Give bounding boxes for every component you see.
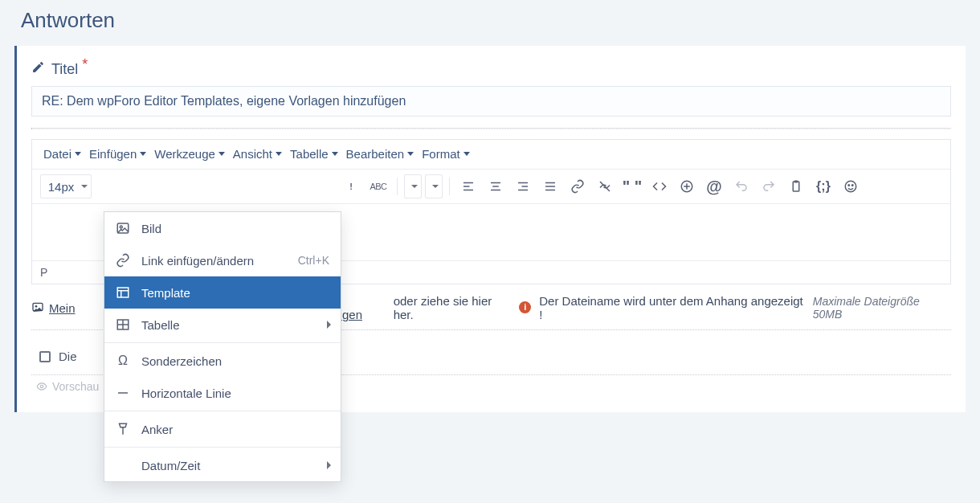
- editor-menubar: Datei Einfügen Werkzeuge Ansicht Tabelle…: [32, 140, 950, 170]
- chevron-down-icon: [411, 185, 418, 188]
- menu-item-special-chars[interactable]: Ω Sonderzeichen: [104, 345, 341, 377]
- menu-item-image[interactable]: Bild: [104, 212, 341, 244]
- insert-menu-dropdown: Bild Link einfügen/ändern Ctrl+K Templat…: [104, 211, 341, 482]
- menu-einfuegen[interactable]: Einfügen: [88, 147, 148, 161]
- svg-point-34: [35, 305, 38, 308]
- omega-icon: Ω: [116, 354, 130, 368]
- mention-button[interactable]: @: [702, 174, 726, 198]
- anchor-icon: [116, 422, 130, 436]
- svg-point-35: [40, 385, 43, 388]
- clear-format-button[interactable]: !: [339, 174, 363, 198]
- filename-note: Der Dateiname wird unter dem Anhang ange…: [539, 294, 807, 321]
- menu-ansicht[interactable]: Ansicht: [231, 147, 284, 161]
- undo-button[interactable]: [729, 174, 753, 198]
- link-button[interactable]: [566, 174, 590, 198]
- preview-link[interactable]: Vorschau: [36, 380, 99, 393]
- template-icon: [116, 285, 130, 300]
- svg-rect-28: [793, 182, 799, 191]
- chevron-right-icon: [327, 321, 331, 329]
- required-asterisk: *: [82, 56, 88, 73]
- code-block-button[interactable]: {;}: [811, 174, 835, 198]
- svg-rect-29: [794, 181, 798, 183]
- info-icon: i: [519, 301, 531, 313]
- bullet-list-button[interactable]: [404, 174, 422, 198]
- align-right-button[interactable]: [511, 174, 535, 198]
- drag-here-text: oder ziehe sie hier her.: [394, 294, 515, 321]
- align-left-button[interactable]: [456, 174, 480, 198]
- svg-point-30: [845, 181, 856, 192]
- menu-item-datetime[interactable]: Datum/Zeit: [104, 449, 341, 481]
- add-button[interactable]: [675, 174, 699, 198]
- menu-werkzeuge[interactable]: Werkzeuge: [153, 147, 227, 161]
- pencil-icon: [31, 60, 45, 78]
- chevron-down-icon: [432, 185, 439, 188]
- chevron-down-icon: [332, 152, 338, 156]
- editor-toolbar: 14px ! ABC 123: [32, 170, 950, 204]
- max-filesize: Maximale Dateigröße 50MB: [813, 295, 951, 321]
- chevron-right-icon: [327, 461, 331, 469]
- title-label: Titel *: [31, 60, 951, 78]
- strikethrough-button[interactable]: ABC: [366, 174, 390, 198]
- chevron-down-icon: [463, 152, 470, 156]
- status-element-path: P: [40, 266, 47, 279]
- unlink-button[interactable]: [593, 174, 617, 198]
- link-icon: [116, 253, 130, 268]
- chevron-down-icon: [407, 152, 414, 156]
- chevron-down-icon: [81, 185, 88, 188]
- source-code-button[interactable]: [647, 174, 672, 198]
- chevron-down-icon: [75, 152, 81, 156]
- table-icon: [116, 317, 130, 332]
- separator: [31, 128, 951, 129]
- image-icon: [116, 221, 130, 235]
- checkbox[interactable]: [39, 351, 51, 362]
- checkbox-label: Die: [59, 350, 77, 363]
- page-title: Antworten: [21, 8, 966, 33]
- menu-item-template[interactable]: Template: [104, 276, 341, 309]
- menu-bearbeiten[interactable]: Bearbeiten: [345, 147, 416, 161]
- chevron-down-icon: [140, 152, 146, 156]
- svg-point-31: [848, 185, 850, 186]
- menu-item-link[interactable]: Link einfügen/ändern Ctrl+K: [104, 244, 341, 276]
- menu-item-table[interactable]: Tabelle: [104, 309, 341, 341]
- font-size-label: 14px: [46, 180, 80, 194]
- hr-icon: [116, 386, 130, 400]
- align-center-button[interactable]: [484, 174, 508, 198]
- font-size-select[interactable]: 14px: [40, 174, 92, 198]
- title-label-text: Titel: [51, 61, 78, 78]
- chevron-down-icon: [218, 152, 225, 156]
- menu-tabelle[interactable]: Tabelle: [288, 147, 340, 161]
- menu-datei[interactable]: Datei: [42, 147, 83, 161]
- paste-button[interactable]: [784, 174, 808, 198]
- numbered-list-button[interactable]: 123: [425, 174, 443, 198]
- my-media-link[interactable]: Mein: [49, 301, 76, 315]
- svg-rect-38: [117, 288, 129, 297]
- menu-item-horizontal-rule[interactable]: Horizontale Linie: [104, 377, 341, 409]
- redo-button[interactable]: [757, 174, 781, 198]
- chevron-down-icon: [276, 152, 282, 156]
- svg-point-32: [852, 185, 854, 186]
- blockquote-button[interactable]: " ": [620, 174, 644, 198]
- svg-point-37: [120, 226, 122, 228]
- media-icon: [31, 301, 44, 316]
- title-input[interactable]: [31, 86, 951, 117]
- align-justify-button[interactable]: [538, 174, 562, 198]
- reply-panel: Titel * Datei Einfügen Werkzeuge Ansicht…: [14, 46, 966, 412]
- menu-format[interactable]: Format: [420, 147, 472, 161]
- emoji-button[interactable]: [839, 174, 863, 198]
- menu-item-anchor[interactable]: Anker: [104, 413, 341, 445]
